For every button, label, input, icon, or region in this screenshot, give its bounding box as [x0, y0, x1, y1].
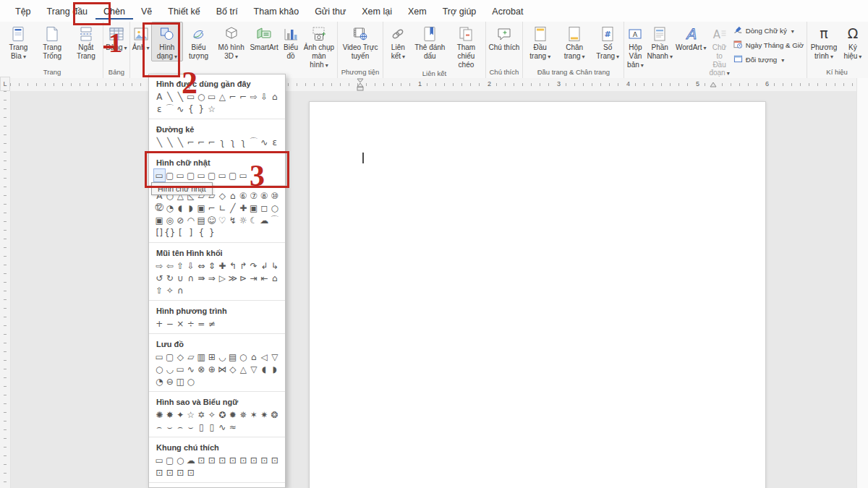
shape-cell[interactable]: ÷ — [186, 317, 197, 330]
shape-cell[interactable]: ▭ — [175, 363, 186, 375]
shape-cell[interactable]: ▤ — [196, 214, 207, 226]
shape-cell[interactable]: ∿ — [259, 136, 270, 148]
shape-cell[interactable]: ◇ — [228, 363, 239, 375]
menu-tab-thiet-ke[interactable]: Thiết kế — [160, 2, 208, 20]
menu-tab-trang-dau[interactable]: Trang đầu — [39, 2, 96, 20]
drop-cap-button[interactable]: A Chữ to Đầu đoạn — [707, 22, 731, 77]
right-indent-marker[interactable] — [709, 81, 718, 88]
shape-cell[interactable]: ☁ — [186, 454, 197, 466]
shape-cell[interactable]: ≠ — [207, 317, 218, 330]
blank-page-button[interactable]: Trang Trống — [35, 22, 70, 61]
shape-cell[interactable]: ▭ — [154, 454, 165, 466]
shape-cell[interactable]: ⌐ — [238, 90, 249, 103]
menu-tab-bo-tri[interactable]: Bố trí — [208, 2, 246, 20]
shape-cell[interactable]: ↷ — [249, 260, 260, 272]
shape-cell[interactable]: ☁ — [259, 214, 270, 226]
shape-cell[interactable]: ⊡ — [207, 454, 218, 466]
shape-cell[interactable]: ▣ — [154, 214, 165, 226]
indent-marker[interactable] — [356, 78, 365, 91]
shape-cell[interactable]: ↳ — [270, 260, 281, 272]
shape-cell[interactable]: ε — [270, 136, 281, 148]
tab-selector[interactable]: L — [0, 77, 10, 91]
shape-cell[interactable]: ⊡ — [175, 466, 186, 479]
menu-tab-xem-lai[interactable]: Xem lại — [354, 2, 400, 20]
shape-cell[interactable]: ✧ — [207, 408, 218, 421]
shape-cell[interactable]: {} — [165, 226, 176, 239]
shape-cell[interactable]: ▯ — [196, 421, 207, 433]
shape-cell[interactable]: ✪ — [217, 408, 228, 421]
page-break-button[interactable]: Ngắt Trang — [69, 22, 102, 61]
shape-cell[interactable]: ↲ — [259, 260, 270, 272]
shape-cell[interactable]: ✡ — [196, 408, 207, 421]
shape-cell[interactable]: ⊗ — [196, 363, 207, 375]
shape-cell[interactable]: ▢ — [207, 169, 218, 181]
shape-cell[interactable]: ⑥ — [238, 189, 249, 202]
shape-cell[interactable]: ⊖ — [165, 375, 176, 388]
shape-cell[interactable]: ▭ — [207, 90, 218, 103]
shape-cell[interactable]: ∪ — [175, 272, 186, 284]
page-number-button[interactable]: # Số Trang — [592, 22, 623, 61]
shape-cell[interactable]: ✚ — [217, 260, 228, 272]
shape-cell[interactable]: ↯ — [228, 214, 239, 226]
shape-cell[interactable]: ⌐ — [196, 136, 207, 148]
shape-cell[interactable]: ⇦ — [165, 260, 176, 272]
shape-cell[interactable]: ⇤ — [259, 272, 270, 284]
shape-cell[interactable]: ⊡ — [249, 454, 260, 466]
shape-cell[interactable]: ∿ — [175, 103, 186, 115]
shape-cell[interactable]: ☆ — [207, 103, 218, 115]
shape-cell[interactable]: △ — [238, 363, 249, 375]
shape-cell[interactable]: ▢ — [165, 351, 176, 363]
object-button[interactable]: Đối tượng — [731, 53, 807, 66]
shape-cell[interactable]: × — [175, 317, 186, 330]
shape-cell[interactable]: ○ — [186, 375, 197, 388]
shape-cell[interactable]: ▱ — [186, 351, 197, 363]
shape-cell[interactable]: ≈ — [228, 421, 239, 433]
shape-cell[interactable]: ⊞ — [207, 351, 218, 363]
shape-cell[interactable]: ⊳ — [238, 272, 249, 284]
menu-tab-ve[interactable]: Vẽ — [133, 2, 160, 20]
shape-cell[interactable]: ♡ — [217, 214, 228, 226]
shape-cell[interactable]: ╲ — [154, 136, 165, 148]
shape-cell[interactable]: ⋈ — [217, 363, 228, 375]
shape-cell[interactable]: ⊡ — [165, 466, 176, 479]
shape-cell[interactable]: [] — [154, 226, 165, 239]
shape-cell[interactable]: ╲ — [165, 136, 176, 148]
menu-tab-gui-thu[interactable]: Gửi thư — [307, 2, 354, 20]
shape-cell[interactable]: = — [196, 317, 207, 330]
shape-cell[interactable]: ⌂ — [249, 351, 260, 363]
shape-cell[interactable]: ◗ — [270, 363, 281, 375]
shape-cell[interactable]: ▢ — [165, 169, 176, 181]
shape-cell[interactable]: ⌂ — [228, 189, 239, 202]
shape-cell[interactable]: ◫ — [175, 375, 186, 388]
shape-cell[interactable]: ⊡ — [196, 454, 207, 466]
shape-cell[interactable]: ◇ — [175, 351, 186, 363]
shape-cell[interactable]: ✸ — [165, 408, 176, 421]
shape-cell[interactable]: ▭ — [238, 169, 249, 181]
shape-cell[interactable]: ☾ — [249, 214, 260, 226]
menu-tab-chen[interactable]: Chèn — [95, 2, 133, 20]
shape-cell[interactable]: ⌐ — [207, 136, 218, 148]
shape-cell[interactable]: ⇨ — [249, 90, 260, 103]
shape-cell[interactable]: ▯ — [207, 421, 218, 433]
shape-cell[interactable]: ⑫ — [154, 202, 165, 214]
shape-cell[interactable]: ○ — [175, 454, 186, 466]
shape-cell[interactable]: ▣ — [196, 202, 207, 214]
shape-cell[interactable]: ✵ — [238, 408, 249, 421]
shape-cell[interactable]: ◇ — [217, 189, 228, 202]
shape-cell[interactable]: ∿ — [217, 421, 228, 433]
shape-cell[interactable]: ▢ — [165, 454, 176, 466]
shape-cell[interactable]: ☆ — [186, 408, 197, 421]
shape-cell[interactable]: ⑧ — [259, 189, 270, 202]
shape-cell[interactable]: ◔ — [154, 375, 165, 388]
comment-button[interactable]: Chú thích — [487, 22, 521, 52]
vertical-ruler[interactable] — [0, 91, 11, 488]
shape-cell[interactable]: { — [186, 103, 197, 115]
menu-tab-tep[interactable]: Tệp — [7, 2, 39, 20]
shape-cell[interactable]: ○ — [154, 363, 165, 375]
shape-cell[interactable]: ⇨ — [154, 260, 165, 272]
shapes-button[interactable]: Hình dạng — [151, 22, 184, 61]
smartart-button[interactable]: SmartArt — [248, 22, 279, 52]
shape-cell[interactable]: } — [196, 103, 207, 115]
shape-cell[interactable]: ⌢ — [175, 421, 186, 433]
shape-cell[interactable]: ⊕ — [207, 363, 218, 375]
